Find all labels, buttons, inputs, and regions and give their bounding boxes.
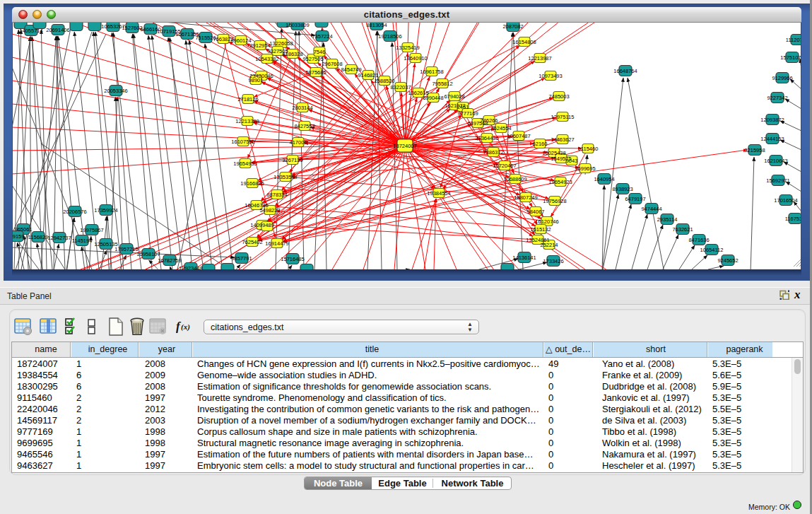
svg-text:13353594: 13353594	[273, 174, 297, 180]
svg-text:10607487: 10607487	[507, 133, 530, 139]
svg-text:62160: 62160	[533, 141, 548, 147]
svg-text:1145194: 1145194	[72, 238, 93, 244]
svg-text:16782759: 16782759	[158, 257, 181, 264]
svg-text:16210643: 16210643	[764, 158, 787, 164]
svg-text:12213987: 12213987	[528, 55, 551, 62]
svg-text:20053346: 20053346	[104, 88, 127, 94]
svg-text:18807249: 18807249	[514, 194, 537, 201]
svg-text:13226058: 13226058	[269, 40, 293, 47]
svg-text:19975867: 19975867	[80, 227, 103, 233]
svg-text:12975115: 12975115	[551, 114, 575, 120]
svg-text:19384554: 19384554	[427, 190, 450, 197]
svg-text:2967608: 2967608	[322, 61, 342, 67]
svg-text:2935114: 2935114	[657, 216, 678, 223]
svg-text:13325419: 13325419	[396, 45, 419, 51]
svg-text:9227342: 9227342	[767, 95, 787, 101]
svg-text:2803144: 2803144	[292, 105, 312, 111]
svg-text:8186328: 8186328	[282, 51, 302, 57]
svg-text:8471636: 8471636	[688, 237, 709, 243]
svg-text:20206576: 20206576	[63, 209, 86, 215]
svg-text:98901: 98901	[249, 77, 264, 83]
svg-text:252214: 252214	[540, 242, 558, 248]
svg-text:16120746: 16120746	[535, 218, 558, 225]
svg-text:965061: 965061	[14, 226, 32, 233]
svg-text:9527505: 9527505	[302, 56, 323, 62]
svg-text:7546: 7546	[314, 49, 326, 55]
svg-text:10543382: 10543382	[255, 56, 278, 62]
svg-text:11120734: 11120734	[786, 37, 801, 43]
svg-text:19218506: 19218506	[378, 33, 401, 40]
svg-text:8427552: 8427552	[294, 123, 314, 129]
svg-text:5875685: 5875685	[305, 69, 326, 76]
svg-text:9043: 9043	[566, 158, 578, 164]
svg-text:2718126: 2718126	[237, 96, 258, 103]
svg-text:417006: 417006	[289, 139, 307, 146]
svg-text:2087082: 2087082	[502, 23, 523, 30]
svg-text:16914479: 16914479	[265, 240, 288, 247]
svg-text:18640910: 18640910	[404, 55, 427, 62]
svg-text:15692971: 15692971	[766, 177, 789, 184]
svg-text:1588520: 1588520	[374, 78, 394, 84]
svg-text:1527602: 1527602	[122, 25, 142, 31]
svg-text:3624554: 3624554	[490, 125, 511, 132]
svg-text:10654112: 10654112	[700, 247, 724, 253]
svg-text:16648764: 16648764	[613, 68, 637, 74]
svg-text:12444153: 12444153	[760, 136, 784, 142]
svg-text:1167531: 1167531	[785, 216, 801, 222]
svg-text:9857791: 9857791	[231, 255, 252, 262]
svg-text:9777169: 9777169	[457, 110, 478, 117]
svg-text:21364436: 21364436	[475, 135, 498, 141]
svg-text:18724007: 18724007	[393, 143, 416, 149]
svg-text:16107552: 16107552	[231, 139, 254, 145]
svg-text:5498222: 5498222	[259, 207, 280, 214]
svg-text:15716485: 15716485	[281, 256, 304, 262]
svg-text:9474444: 9474444	[641, 206, 661, 212]
svg-text:7625402: 7625402	[242, 239, 262, 245]
svg-text:14099489: 14099489	[250, 222, 273, 228]
svg-text:12093872: 12093872	[760, 117, 784, 123]
svg-text:8960124: 8960124	[230, 37, 251, 44]
svg-text:15751074: 15751074	[780, 54, 801, 61]
svg-text:16154808: 16154808	[512, 39, 536, 45]
svg-text:15720407: 15720407	[493, 163, 516, 169]
svg-text:17359924: 17359924	[94, 207, 117, 214]
svg-text:16033809: 16033809	[286, 23, 309, 28]
svg-text:(x): (x)	[181, 322, 190, 332]
svg-text:14463627: 14463627	[551, 136, 574, 143]
svg-text:984067: 984067	[526, 209, 544, 215]
svg-text:19654923: 19654923	[548, 179, 572, 185]
svg-text:6990448: 6990448	[423, 95, 443, 101]
svg-text:12942737: 12942737	[47, 235, 71, 241]
svg-text:6479197: 6479197	[625, 196, 645, 202]
svg-text:19756928: 19756928	[543, 198, 566, 204]
svg-text:19654933: 19654933	[233, 160, 257, 167]
svg-text:12213389: 12213389	[235, 118, 259, 124]
svg-text:9245652: 9245652	[717, 257, 738, 264]
svg-text:16961758: 16961758	[420, 69, 443, 75]
svg-text:1615132: 1615132	[530, 226, 551, 233]
svg-text:746266: 746266	[480, 117, 498, 124]
svg-text:19166825: 19166825	[240, 180, 264, 187]
svg-text:10688609: 10688609	[503, 176, 526, 182]
svg-text:10973493: 10973493	[539, 73, 562, 79]
svg-text:1733426: 1733426	[543, 258, 563, 264]
svg-text:3215958: 3215958	[744, 147, 765, 153]
svg-text:17957215: 17957215	[114, 246, 138, 252]
svg-text:10958107: 10958107	[136, 251, 160, 257]
svg-text:7955812: 7955812	[432, 81, 452, 87]
svg-text:9115460: 9115460	[578, 146, 599, 152]
svg-text:8813054: 8813054	[366, 23, 387, 28]
svg-text:3267130: 3267130	[282, 157, 302, 163]
svg-text:2451: 2451	[457, 104, 469, 110]
svg-text:8938923: 8938923	[612, 186, 632, 192]
svg-text:20691406: 20691406	[46, 27, 69, 33]
svg-text:1640954: 1640954	[594, 176, 614, 182]
svg-text:6794028: 6794028	[444, 93, 464, 100]
svg-text:14136141: 14136141	[512, 255, 536, 261]
svg-text:17016504: 17016504	[774, 197, 797, 204]
svg-text:14055714: 14055714	[19, 28, 42, 34]
svg-text:7386372: 7386372	[483, 149, 503, 156]
svg-text:8878334: 8878334	[266, 192, 287, 198]
svg-text:9129966: 9129966	[772, 75, 792, 81]
svg-text:7357224: 7357224	[312, 33, 332, 40]
